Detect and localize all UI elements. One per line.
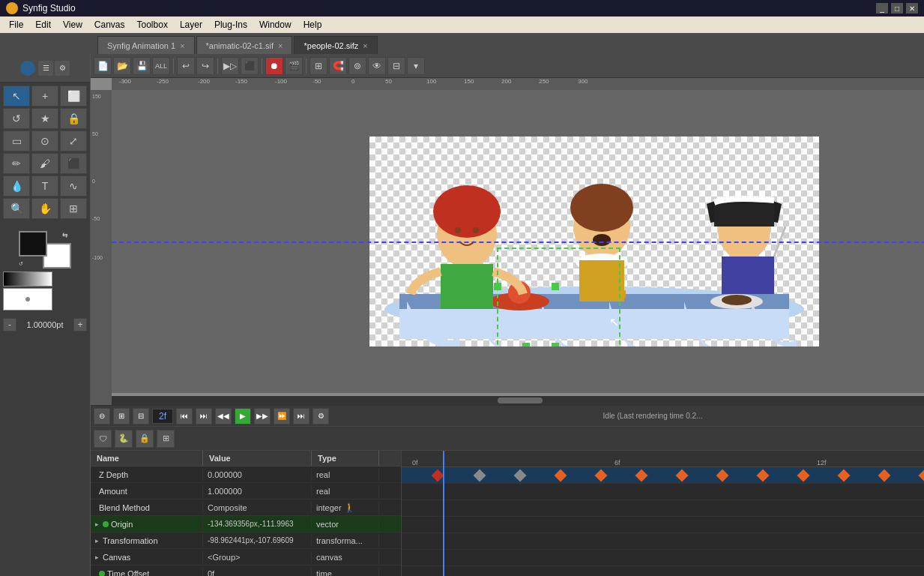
close-button[interactable]: ✕ — [906, 3, 918, 14]
tool-rotate[interactable]: ↺ — [3, 108, 30, 129]
menu-layer[interactable]: Layer — [174, 18, 208, 32]
tab-animatic[interactable]: *animatic-02-c1.sif × — [196, 36, 293, 54]
keyframe-9[interactable] — [757, 470, 770, 482]
tool-fill[interactable]: ⬛ — [60, 153, 87, 174]
tool-scale[interactable]: ⤢ — [60, 130, 87, 152]
tab-people[interactable]: *people-02.sifz × — [294, 36, 377, 54]
tool-copy[interactable]: ⬜ — [60, 86, 87, 106]
expand-canvas[interactable]: ▸ — [95, 554, 99, 561]
menu-edit[interactable]: Edit — [29, 18, 57, 32]
fg-color-swatch[interactable] — [19, 231, 47, 256]
menu-view[interactable]: View — [57, 18, 88, 32]
tab-close-2[interactable]: × — [278, 41, 283, 50]
snap-btn[interactable]: 🧲 — [329, 57, 347, 75]
new-file-btn[interactable]: 📄 — [94, 57, 112, 75]
zoom-out-btn[interactable]: ⊖ — [94, 408, 110, 424]
control-point-2[interactable] — [552, 283, 559, 290]
undo-btn[interactable]: ↩ — [177, 57, 195, 75]
menu-toolbox[interactable]: Toolbox — [131, 18, 174, 32]
grid-btn[interactable]: ⊞ — [309, 57, 327, 75]
tool-hand[interactable]: ✋ — [31, 198, 58, 219]
tl-btn-shield[interactable]: 🛡 — [94, 430, 112, 448]
menu-help[interactable]: Help — [298, 18, 328, 32]
next-keyframe-btn[interactable]: ⏩ — [274, 408, 290, 424]
keyframe-12[interactable] — [878, 470, 891, 482]
tab-close-3[interactable]: × — [363, 41, 367, 50]
keyframe-3[interactable] — [514, 470, 527, 482]
last-frame-btn[interactable]: ⏭ — [293, 408, 309, 424]
preview-btn[interactable]: 👁 — [368, 57, 386, 75]
extra-btn[interactable]: ▾ — [407, 57, 425, 75]
control-point-4[interactable] — [522, 343, 530, 346]
menu-plugins[interactable]: Plug-Ins — [208, 18, 253, 32]
expand-transform[interactable]: ▸ — [95, 537, 99, 544]
keyframe-2[interactable] — [474, 470, 486, 482]
tool-add[interactable]: + — [31, 86, 58, 106]
tl-btn-lock[interactable]: 🔒 — [136, 430, 154, 448]
next-frame-btn[interactable]: ▶▶ — [254, 408, 271, 424]
menu-window[interactable]: Window — [253, 18, 298, 32]
tool-curve[interactable]: ∿ — [60, 176, 87, 196]
keyframe-13[interactable] — [919, 470, 924, 482]
onion-btn[interactable]: ⊚ — [348, 57, 366, 75]
maximize-button[interactable]: □ — [891, 3, 903, 14]
redo-btn[interactable]: ↪ — [196, 57, 214, 75]
tool-zoom[interactable]: 🔍 — [3, 198, 30, 219]
render-btn[interactable]: ▶▷ — [221, 57, 239, 75]
h-scrollbar-thumb[interactable] — [498, 398, 543, 404]
increase-size-btn[interactable]: + — [73, 318, 87, 332]
canvas-content[interactable]: ↖ — [112, 90, 924, 393]
gradient-bar[interactable] — [3, 272, 52, 286]
grid-snap-btn[interactable]: ⊟ — [133, 408, 149, 424]
tool-mirror[interactable]: ⊞ — [60, 198, 87, 219]
toolbar-settings-btn[interactable]: ⚙ — [55, 61, 70, 76]
keyframe-11[interactable] — [838, 470, 851, 482]
stop-btn[interactable]: ⬛ — [241, 57, 259, 75]
first-frame-btn[interactable]: ⏮ — [176, 408, 193, 424]
tool-rect[interactable]: ▭ — [3, 130, 30, 152]
keyframe-6[interactable] — [635, 470, 648, 482]
keyframe-7[interactable] — [676, 470, 689, 482]
grid2-btn[interactable]: ⊟ — [387, 57, 405, 75]
keyframe-1[interactable] — [432, 470, 444, 482]
record-btn[interactable]: ⏺ — [265, 57, 283, 75]
tab-close-1[interactable]: × — [180, 41, 184, 50]
keyframe-4[interactable] — [555, 470, 567, 482]
tool-node[interactable]: ⊙ — [31, 130, 58, 152]
open-file-btn[interactable]: 📂 — [113, 57, 131, 75]
tl-btn-grid[interactable]: ⊞ — [157, 430, 175, 448]
frame-expand-btn[interactable]: ⊞ — [113, 408, 130, 424]
timeline-tracks[interactable]: 0f 6f 12f — [402, 451, 924, 576]
tool-star[interactable]: ★ — [31, 108, 58, 129]
keyframe-5[interactable] — [595, 470, 608, 482]
save-btn[interactable]: 💾 — [133, 57, 151, 75]
tool-text[interactable]: T — [31, 176, 58, 196]
tool-pen[interactable]: ✏ — [3, 153, 30, 174]
tool-transform[interactable]: ↖ — [3, 86, 30, 106]
control-point-3[interactable] — [552, 343, 559, 346]
tool-eyedrop[interactable]: 💧 — [3, 176, 30, 196]
swap-colors-btn[interactable]: ⇆ — [62, 231, 71, 240]
keyframe-8[interactable] — [716, 470, 729, 482]
prev-keyframe-btn[interactable]: ⏭ — [196, 408, 212, 424]
decrease-size-btn[interactable]: - — [3, 318, 16, 332]
menu-file[interactable]: File — [3, 18, 29, 32]
reset-colors-btn[interactable]: ↺ — [19, 261, 26, 268]
save-all-btn[interactable]: ALL — [152, 57, 170, 75]
tl-btn-snake[interactable]: 🐍 — [115, 430, 133, 448]
tool-paint[interactable]: 🖌 — [31, 153, 58, 174]
minimize-button[interactable]: _ — [876, 3, 888, 14]
bounce-btn[interactable]: ⚙ — [312, 408, 329, 424]
menu-canvas[interactable]: Canvas — [88, 18, 131, 32]
h-scrollbar[interactable] — [112, 396, 924, 405]
toolbar-menu-btn[interactable]: ☰ — [38, 61, 53, 76]
tool-lock[interactable]: 🔒 — [60, 108, 87, 129]
keyframe-10[interactable] — [797, 470, 810, 482]
param-row-origin[interactable]: ▸ Origin -134.369356px,-111.9963 vector — [91, 516, 401, 532]
tab-animation1[interactable]: Synfig Animation 1 × — [97, 36, 195, 54]
playhead-line[interactable] — [443, 451, 444, 576]
prev-frame-btn[interactable]: ◀◀ — [215, 408, 232, 424]
control-point-1[interactable] — [494, 283, 501, 290]
play-btn[interactable]: ▶ — [235, 408, 251, 424]
expand-origin[interactable]: ▸ — [95, 520, 99, 528]
